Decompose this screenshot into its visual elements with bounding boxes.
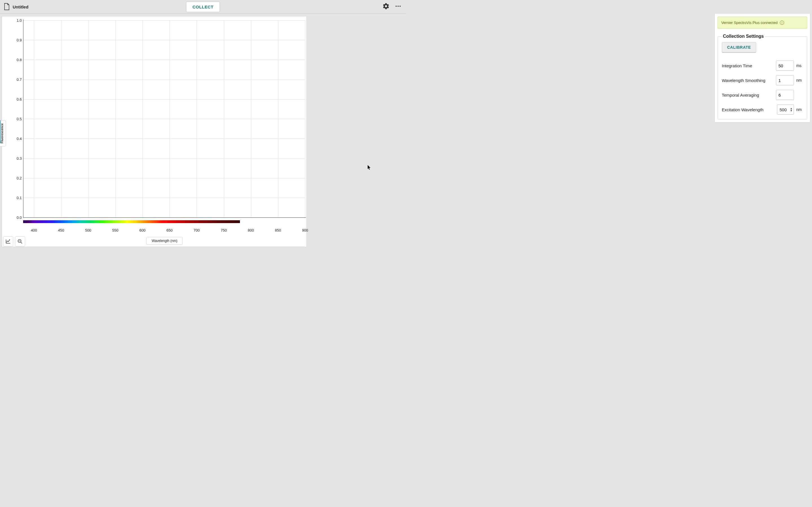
y-tick: 0.2 (2, 176, 22, 180)
y-axis-active-indicator (0, 120, 1, 144)
x-tick: 700 (194, 228, 200, 232)
x-tick: 600 (139, 228, 146, 232)
y-tick: 0.9 (2, 38, 22, 42)
mouse-cursor-icon (368, 165, 371, 170)
svg-point-0 (396, 6, 397, 7)
gear-icon[interactable] (382, 3, 390, 11)
main-area: 400 450 500 550 600 650 700 750 800 850 … (0, 14, 406, 253)
visible-spectrum-bar (23, 220, 240, 223)
y-tick: 0.8 (2, 58, 22, 62)
x-axis-label[interactable]: Wavelength (nm) (146, 237, 183, 245)
y-tick: 0.3 (2, 156, 22, 161)
y-tick: 0.0 (2, 216, 22, 220)
y-axis-label[interactable]: Fluorescence (0, 120, 6, 147)
svg-point-1 (398, 6, 399, 7)
svg-point-3 (9, 239, 10, 240)
y-tick: 0.1 (2, 196, 22, 200)
x-tick: 800 (248, 228, 254, 232)
x-tick: 650 (166, 228, 172, 232)
top-toolbar: Untitled COLLECT (0, 0, 406, 14)
x-tick: 550 (112, 228, 118, 232)
x-tick: 500 (85, 228, 91, 232)
file-title[interactable]: Untitled (13, 4, 29, 9)
chart-container: 400 450 500 550 600 650 700 750 800 850 … (2, 16, 307, 247)
svg-line-5 (21, 242, 22, 244)
y-tick: 0.7 (2, 77, 22, 82)
y-tick: 1.0 (2, 18, 22, 22)
plot-area[interactable]: 400 450 500 550 600 650 700 750 800 850 … (23, 20, 305, 217)
x-tick: 750 (221, 228, 227, 232)
y-tick: 0.6 (2, 97, 22, 101)
svg-point-2 (400, 6, 401, 7)
collect-button[interactable]: COLLECT (186, 2, 220, 12)
x-tick: 850 (275, 228, 281, 232)
file-icon[interactable] (4, 3, 10, 10)
x-tick: 900 (302, 228, 308, 232)
more-icon[interactable] (395, 3, 402, 11)
x-tick: 450 (58, 228, 64, 232)
graph-tools-button[interactable] (3, 236, 13, 246)
x-tick: 400 (31, 228, 37, 232)
zoom-fit-button[interactable] (15, 236, 25, 246)
